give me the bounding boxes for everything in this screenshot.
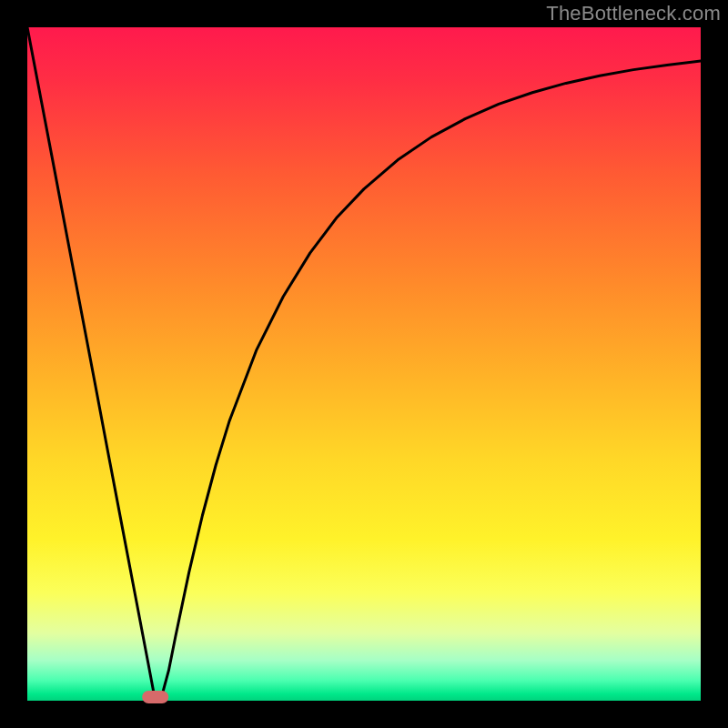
curve-path — [27, 27, 701, 701]
watermark-text: TheBottleneck.com — [546, 2, 721, 25]
plot-area — [27, 27, 701, 701]
curve-svg — [27, 27, 701, 701]
bottleneck-marker — [142, 691, 169, 703]
chart-frame: TheBottleneck.com — [0, 0, 728, 728]
